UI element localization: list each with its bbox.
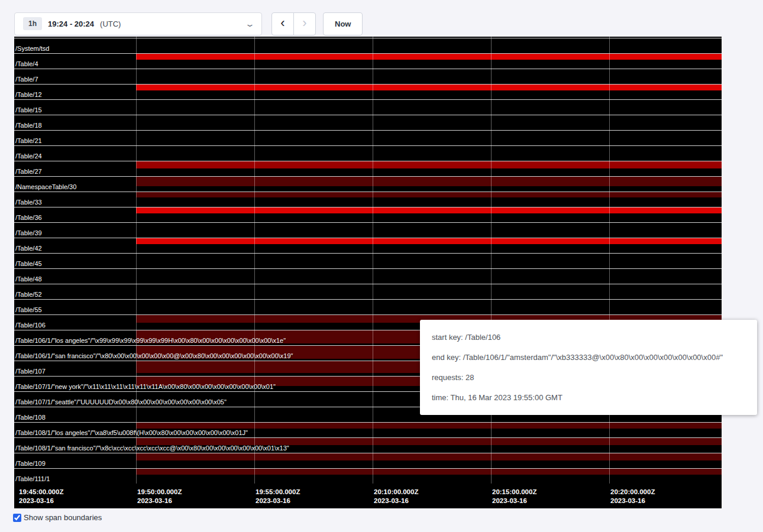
row-label: /Table/18 xyxy=(15,122,42,129)
heatmap-row[interactable]: /Table/24 xyxy=(14,145,722,161)
x-tick-date: 2023-03-16 xyxy=(256,497,300,505)
heatmap-row[interactable]: /Table/39 xyxy=(14,222,722,238)
heat-band xyxy=(136,469,722,475)
row-label: /System/tsd xyxy=(15,45,49,52)
row-label: /Table/111/1 xyxy=(15,475,50,482)
row-label: /Table/4 xyxy=(15,60,38,67)
tooltip-requests: requests: 28 xyxy=(432,372,745,383)
key-visualizer-page: 1h 19:24 - 20:24 (UTC) ⌄ ‹ › Now /System… xyxy=(0,0,763,522)
vertical-gridline xyxy=(491,37,492,484)
chevron-down-icon: ⌄ xyxy=(245,20,255,28)
vertical-gridline xyxy=(254,37,255,484)
heatmap-row[interactable]: /Table/52 xyxy=(14,284,722,299)
x-tick-time: 20:20:00.000Z xyxy=(610,488,655,497)
key-visualizer-canvas[interactable]: /System/tsd/Table/4/Table/7/Table/12/Tab… xyxy=(14,37,722,508)
row-label: /Table/108 xyxy=(15,414,46,421)
toolbar: 1h 19:24 - 20:24 (UTC) ⌄ ‹ › Now xyxy=(0,0,763,35)
heat-band xyxy=(136,423,722,429)
heatmap-row[interactable]: /Table/33 xyxy=(14,192,722,207)
heatmap-row[interactable]: /Table/21 xyxy=(14,130,722,145)
x-tick-time: 19:55:00.000Z xyxy=(256,488,300,497)
x-axis-tick: 20:10:00.000Z2023-03-16 xyxy=(374,488,418,505)
tooltip-time: time: Thu, 16 Mar 2023 19:55:00 GMT xyxy=(432,392,745,403)
x-tick-date: 2023-03-16 xyxy=(492,497,536,505)
heatmap-row[interactable]: /Table/45 xyxy=(14,253,722,268)
heatmap-row[interactable]: /Table/36 xyxy=(14,207,722,222)
row-label: /Table/48 xyxy=(15,275,42,283)
heatmap-row[interactable]: /System/tsd xyxy=(14,38,722,53)
span-boundaries-toggle: Show span boundaries xyxy=(13,513,763,522)
vertical-gridline xyxy=(136,37,137,484)
heat-band xyxy=(136,85,722,90)
chevron-right-icon: › xyxy=(302,17,306,30)
heatmap-row[interactable]: /Table/4 xyxy=(14,53,722,69)
x-tick-date: 2023-03-16 xyxy=(374,497,418,505)
x-tick-time: 19:45:00.000Z xyxy=(19,488,63,497)
time-range-label: 19:24 - 20:24 xyxy=(48,20,94,28)
tooltip: start key: /Table/106 end key: /Table/10… xyxy=(420,320,757,415)
heatmap-row[interactable]: /Table/108/1/"los angeles"/"\xa8\xf5\u00… xyxy=(14,422,722,437)
row-label: /Table/107/1/"new york"/"\x11\x11\x11\x1… xyxy=(15,383,276,390)
heat-band xyxy=(136,238,722,244)
row-label: /Table/36 xyxy=(15,214,42,221)
heat-band xyxy=(136,207,722,213)
x-axis-tick: 19:50:00.000Z2023-03-16 xyxy=(137,488,182,505)
heat-band xyxy=(136,177,722,186)
row-label: /Table/108/1/"los angeles"/"\xa8\xf5\u00… xyxy=(15,429,248,436)
time-range-chip: 1h xyxy=(23,17,42,30)
time-nav-group: ‹ › xyxy=(271,12,316,35)
row-label: /Table/109 xyxy=(15,460,46,467)
next-time-button[interactable]: › xyxy=(293,12,316,35)
heatmap-row[interactable]: /Table/48 xyxy=(14,268,722,284)
heatmap-row[interactable]: /Table/111/1 xyxy=(14,468,722,484)
row-label: /Table/15 xyxy=(15,106,42,113)
row-label: /Table/24 xyxy=(15,153,42,160)
heatmap-row[interactable]: /Table/27 xyxy=(14,161,722,176)
heat-band xyxy=(136,192,722,197)
heatmap-row[interactable]: /Table/18 xyxy=(14,115,722,130)
x-tick-time: 20:15:00.000Z xyxy=(492,488,536,497)
row-label: /Table/45 xyxy=(15,260,42,267)
tooltip-end-key: end key: /Table/106/1/"amsterdam"/"\xb33… xyxy=(432,352,745,363)
x-tick-date: 2023-03-16 xyxy=(137,497,182,505)
x-axis-tick: 20:20:00.000Z2023-03-16 xyxy=(610,488,655,505)
time-range-select[interactable]: 1h 19:24 - 20:24 (UTC) ⌄ xyxy=(14,12,262,35)
heatmap-row[interactable]: /Table/15 xyxy=(14,99,722,115)
row-label: /NamespaceTable/30 xyxy=(15,183,76,190)
row-label: /Table/107 xyxy=(15,368,46,375)
heat-band xyxy=(136,453,722,460)
now-button[interactable]: Now xyxy=(323,12,363,35)
chevron-left-icon: ‹ xyxy=(280,17,284,30)
row-label: /Table/39 xyxy=(15,229,42,236)
timezone-label: (UTC) xyxy=(100,20,121,28)
row-label: /Table/42 xyxy=(15,245,42,252)
x-axis-tick: 20:15:00.000Z2023-03-16 xyxy=(492,488,536,505)
heatmap-row[interactable]: /Table/108/1/"san francisco"/"\x8c\xcc\x… xyxy=(14,437,722,453)
heatmap-row[interactable]: /Table/55 xyxy=(14,299,722,314)
vertical-gridline xyxy=(373,37,373,484)
row-label: /Table/106/1/"san francisco"/"\x80\x00\x… xyxy=(15,352,293,359)
row-label: /Table/108/1/"san francisco"/"\x8c\xcc\x… xyxy=(15,445,289,452)
span-boundaries-checkbox[interactable] xyxy=(13,514,21,522)
row-label: /Table/7 xyxy=(15,76,38,83)
tooltip-start-key: start key: /Table/106 xyxy=(432,332,745,343)
vertical-gridline xyxy=(609,37,610,484)
x-axis-tick: 19:55:00.000Z2023-03-16 xyxy=(256,488,300,505)
row-label: /Table/33 xyxy=(15,199,42,206)
x-tick-time: 19:50:00.000Z xyxy=(137,488,182,497)
row-label: /Table/27 xyxy=(15,168,42,175)
row-label: /Table/55 xyxy=(15,306,42,313)
x-tick-time: 20:10:00.000Z xyxy=(374,488,418,497)
prev-time-button[interactable]: ‹ xyxy=(271,12,294,35)
row-label: /Table/12 xyxy=(15,91,42,98)
heatmap-row[interactable]: /Table/42 xyxy=(14,238,722,253)
heatmap-row[interactable]: /Table/12 xyxy=(14,84,722,99)
row-label: /Table/52 xyxy=(15,291,42,298)
heat-band xyxy=(136,54,722,60)
heatmap-row[interactable]: /Table/109 xyxy=(14,453,722,468)
row-label: /Table/106 xyxy=(15,322,46,329)
x-axis-tick: 19:45:00.000Z2023-03-16 xyxy=(19,488,63,505)
heatmap-row[interactable]: /Table/7 xyxy=(14,69,722,84)
heatmap-row[interactable]: /NamespaceTable/30 xyxy=(14,176,722,192)
x-tick-date: 2023-03-16 xyxy=(19,497,63,505)
